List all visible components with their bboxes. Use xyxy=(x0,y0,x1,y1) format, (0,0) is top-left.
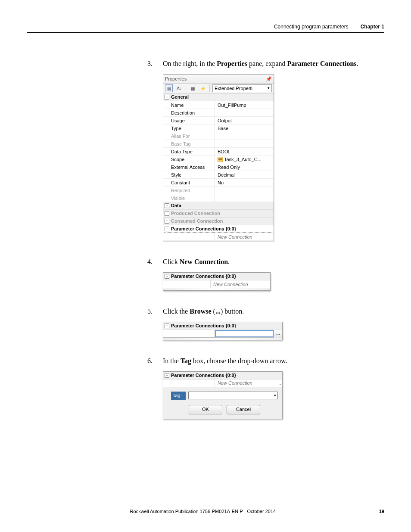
collapse-icon[interactable]: − xyxy=(165,227,169,231)
torn-edge xyxy=(163,338,282,340)
properties-titlebar: Properties 📌 xyxy=(163,75,274,83)
toolbar-separator xyxy=(209,84,210,92)
category-parameter-connections[interactable]: − Parameter Connections {0:0} xyxy=(163,372,282,380)
ok-button[interactable]: OK xyxy=(189,405,222,414)
cancel-button[interactable]: Cancel xyxy=(227,405,260,414)
category-parameter-connections[interactable]: − Parameter Connections {0:0} xyxy=(163,273,270,280)
tag-dropdown[interactable]: ▾ xyxy=(188,392,278,399)
svg-rect-1 xyxy=(218,158,222,159)
tag-label: Tag: xyxy=(171,392,186,400)
step-3-text: On the right, in the Properties pane, ex… xyxy=(163,59,384,69)
collapse-icon[interactable]: − xyxy=(165,373,169,378)
svg-rect-3 xyxy=(218,161,222,161)
properties-panel: Properties 📌 ▤ A↓ ▦ ⚡ Extended Properti▾ xyxy=(163,74,274,241)
step-6-number: 6. xyxy=(147,356,155,428)
properties-title: Properties xyxy=(165,75,266,83)
category-parameter-connections[interactable]: − Parameter Connections {0:0} xyxy=(163,225,274,233)
lightning-icon[interactable]: ⚡ xyxy=(199,84,207,92)
footer-publication: Rockwell Automation Publication 1756-PM0… xyxy=(27,509,379,514)
properties-page-icon[interactable]: ▦ xyxy=(189,84,196,92)
prop-row-usage: UsageOutput xyxy=(163,117,274,124)
prop-row-description: Description xyxy=(163,109,274,117)
prop-row-name: NameOut_FillPump xyxy=(163,101,274,109)
prop-row-visible: Visible xyxy=(163,194,274,202)
browse-dots[interactable]: .. xyxy=(277,380,282,387)
prop-row-required: Required xyxy=(163,187,274,194)
expand-icon: + xyxy=(165,219,169,224)
step-5-number: 5. xyxy=(147,306,155,352)
categorize-icon[interactable]: ▤ xyxy=(165,84,173,92)
prop-row-type: TypeBase xyxy=(163,124,274,132)
step-5-text: Click the Browse (...) button. xyxy=(163,306,384,317)
connection-edit-row: ... xyxy=(163,330,282,338)
category-consumed-connection: + Consumed Connection xyxy=(163,218,274,225)
prop-row-style: StyleDecimal xyxy=(163,171,274,179)
category-parameter-connections[interactable]: − Parameter Connections {0:0} xyxy=(163,322,282,330)
prop-row-basetag: Base Tag xyxy=(163,140,274,148)
header-rule xyxy=(27,32,384,33)
category-produced-connection: + Produced Connection xyxy=(163,210,274,218)
step-3-number: 3. xyxy=(147,59,155,253)
torn-edge xyxy=(163,288,270,290)
collapse-icon[interactable]: − xyxy=(165,324,169,328)
expand-icon[interactable]: + xyxy=(165,203,169,208)
prop-row-externalaccess: External AccessRead Only xyxy=(163,163,274,171)
connection-input[interactable] xyxy=(215,330,274,337)
prop-row-constant: ConstantNo xyxy=(163,179,274,187)
header-chapter: Chapter 1 xyxy=(361,24,384,30)
step-6-text: In the Tag box, choose the drop-down arr… xyxy=(163,356,384,366)
new-connection-row[interactable]: New Connection xyxy=(163,280,270,288)
category-data[interactable]: + Data xyxy=(163,202,274,210)
param-conn-box-step6: − Parameter Connections {0:0} New Connec… xyxy=(163,371,283,419)
prop-row-datatype: Data TypeBOOL xyxy=(163,148,274,156)
param-conn-box-step4: − Parameter Connections {0:0} New Connec… xyxy=(163,272,271,291)
toolbar-separator xyxy=(186,84,186,92)
category-general[interactable]: − General xyxy=(163,93,274,101)
pin-icon[interactable]: 📌 xyxy=(266,75,272,83)
step-4-number: 4. xyxy=(147,257,155,303)
sort-icon[interactable]: A↓ xyxy=(175,84,183,92)
dropdown-arrow-icon[interactable]: ▾ xyxy=(274,393,276,399)
new-connection-row[interactable]: New Connection .. xyxy=(163,380,282,387)
header-section: Connecting program parameters xyxy=(274,24,349,30)
param-conn-box-step5: − Parameter Connections {0:0} ... xyxy=(163,322,283,340)
prop-row-aliasfor: Alias For xyxy=(163,132,274,140)
scope-icon xyxy=(218,157,223,162)
footer-page-number: 19 xyxy=(379,509,384,514)
collapse-icon[interactable]: − xyxy=(165,274,169,279)
expand-icon: + xyxy=(165,211,169,216)
browse-button[interactable]: ... xyxy=(274,330,282,338)
new-connection-row[interactable]: New Connection xyxy=(163,233,274,241)
collapse-icon[interactable]: − xyxy=(165,95,169,100)
properties-toolbar: ▤ A↓ ▦ ⚡ Extended Properti▾ xyxy=(163,83,274,93)
svg-rect-2 xyxy=(218,159,222,160)
prop-row-scope: ScopeTask_3_Auto_C... xyxy=(163,156,274,163)
extended-properties-dropdown[interactable]: Extended Properti▾ xyxy=(212,84,272,92)
step-4-text: Click New Connection. xyxy=(163,257,384,267)
